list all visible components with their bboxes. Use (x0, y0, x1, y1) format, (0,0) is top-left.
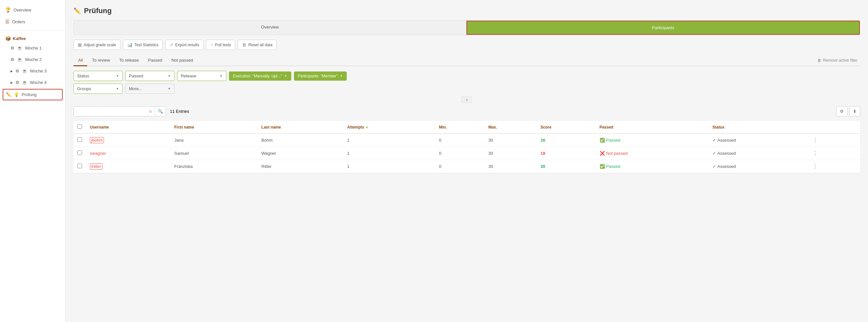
adjust-grade-button[interactable]: ▦ Adjust grade scale (73, 40, 120, 50)
checkmark-icon: ✓ (713, 138, 716, 142)
row-passed: ✅ Passed (596, 133, 709, 147)
sidebar-label-woche2: Woche 2 (25, 57, 42, 62)
table-actions: ⚙ ⬇ (836, 106, 860, 117)
table-download-button[interactable]: ⬇ (849, 106, 860, 117)
filter-tab-to-review[interactable]: To review (87, 55, 115, 66)
expand-icon-4: ▶ (10, 81, 13, 84)
row-checkbox[interactable] (78, 164, 82, 168)
bulb-icon: 💡 (14, 92, 19, 97)
row-min: 0 (435, 133, 485, 147)
header-checkbox-col (73, 121, 86, 133)
release-filter-label: Release (181, 73, 196, 78)
row-more-button[interactable]: ⋮ (811, 163, 820, 170)
top-tabs: Overview Participants (73, 20, 860, 35)
username-cell[interactable]: jbohm (90, 137, 104, 143)
execution-badge-arrow-icon: ▼ (284, 74, 287, 78)
reset-all-button[interactable]: 🗑 Reset all data (238, 40, 277, 50)
username-cell[interactable]: fritter (90, 163, 102, 169)
page-title: Prüfung (84, 6, 112, 15)
tab-participants[interactable]: Participants (466, 21, 860, 35)
collapse-row: ∧ (73, 96, 860, 103)
sidebar-item-prufung[interactable]: ✏️ 💡 Prüfung (3, 89, 63, 100)
status-filter[interactable]: Status ▼ (73, 71, 123, 81)
search-input[interactable] (74, 106, 146, 116)
pull-tests-button[interactable]: ○ Pull tests (206, 40, 235, 50)
sidebar-label-overview: Overview (13, 7, 31, 12)
table-settings-button[interactable]: ⚙ (836, 106, 847, 117)
row-lastname: Wagner (257, 147, 343, 160)
filter-tab-not-passed[interactable]: Not passed (167, 55, 198, 66)
filter-tab-not-passed-label: Not passed (172, 58, 193, 63)
groups-filter[interactable]: Groups ▼ (73, 84, 123, 94)
export-results-button[interactable]: ↗ Export results (165, 40, 204, 50)
adjust-grade-label: Adjust grade scale (84, 43, 116, 47)
filter-dropdowns: Status ▼ Passed ▼ Release ▼ Execution: "… (73, 71, 860, 81)
clear-search-button[interactable]: ⊗ (146, 106, 155, 116)
score-value: 26 (540, 138, 545, 142)
remove-filter-button[interactable]: 🗑 Remove active filter (815, 55, 860, 66)
reset-all-label: Reset all data (248, 43, 272, 47)
more-filter[interactable]: More... ▼ (125, 84, 175, 94)
export-icon: ↗ (169, 42, 173, 47)
test-statistics-button[interactable]: 📊 Test Statistics (123, 40, 163, 50)
passed-filter[interactable]: Passed ▼ (125, 71, 175, 81)
execution-badge-label: Execution: "Manually, Upl..." (233, 74, 282, 78)
sidebar-item-overview[interactable]: 🏆 Overview (0, 4, 65, 16)
row-attempts: 1 (343, 160, 435, 173)
entries-count: 11 Entries (170, 109, 189, 114)
row-score: 18 (537, 147, 596, 160)
tab-overview[interactable]: Overview (74, 21, 466, 35)
assessed-badge: ✓ Assessed (713, 151, 803, 156)
grid-icon: ▦ (78, 42, 82, 47)
gear-icon: ⚙ (10, 45, 14, 51)
sidebar-item-woche3[interactable]: ▶ ⚙ ☕ Woche 3 (0, 65, 65, 77)
sidebar-item-woche2[interactable]: ⚙ ☕ Woche 2 (0, 54, 65, 65)
chevron-up-icon: ∧ (465, 98, 468, 102)
trophy-icon: 🏆 (5, 7, 11, 12)
row-username: swagner (86, 147, 170, 160)
error-circle-icon: ❌ (600, 151, 605, 156)
sidebar-item-woche1[interactable]: ⚙ ☕ Woche 1 (0, 42, 65, 54)
select-all-checkbox[interactable] (78, 124, 82, 129)
pull-tests-label: Pull tests (215, 43, 231, 47)
row-firstname: Samuel (170, 147, 257, 160)
row-more-button[interactable]: ⋮ (811, 150, 820, 157)
filter-tab-to-release[interactable]: To release (115, 55, 143, 66)
row-more-button[interactable]: ⋮ (811, 137, 820, 143)
row-actions: ⋮ (807, 147, 860, 160)
row-attempts: 1 (343, 133, 435, 147)
header-min: Min. (435, 121, 485, 133)
row-checkbox[interactable] (78, 137, 82, 142)
edit-icon: ✏️ (6, 92, 11, 97)
sidebar-item-woche4[interactable]: ▶ ⚙ ☕ Woche 4 (0, 77, 65, 88)
filter-tab-all[interactable]: All (73, 55, 87, 66)
filter-tab-passed[interactable]: Passed (143, 55, 167, 66)
header-passed: Passed (596, 121, 709, 133)
collapse-filters-button[interactable]: ∧ (462, 96, 472, 103)
assessed-badge: ✓ Assessed (713, 138, 803, 142)
search-icon-button[interactable]: 🔍 (155, 106, 166, 116)
release-filter[interactable]: Release ▼ (177, 71, 226, 81)
expand-icon-3: ▶ (10, 69, 13, 73)
row-status: ✓ Assessed (709, 160, 807, 173)
execution-filter-badge[interactable]: Execution: "Manually, Upl..." ▼ (229, 71, 291, 80)
gear-icon-3: ⚙ (16, 68, 19, 73)
username-cell[interactable]: swagner (90, 151, 106, 156)
sidebar-item-orders[interactable]: ☰ Orders (0, 16, 65, 28)
more-arrow-icon: ▼ (167, 87, 171, 91)
header-max: Max. (485, 121, 537, 133)
row-max: 30 (485, 147, 537, 160)
row-firstname: Franziska (170, 160, 257, 173)
participants-filter-badge[interactable]: Participants: "Member" ▼ (294, 71, 347, 80)
row-checkbox[interactable] (78, 151, 82, 155)
test-statistics-label: Test Statistics (134, 43, 158, 47)
settings-icon: ⚙ (840, 109, 844, 114)
score-value: 30 (540, 164, 545, 169)
sidebar-label-woche1: Woche 1 (25, 45, 42, 51)
header-firstname: First name (170, 121, 257, 133)
search-row: ⊗ 🔍 11 Entries ⚙ ⬇ (73, 106, 860, 117)
participants-badge-label: Participants: "Member" (298, 74, 338, 78)
passed-arrow-icon: ▼ (167, 74, 171, 78)
row-actions: ⋮ (807, 160, 860, 173)
header-attempts[interactable]: Attempts ▼ (343, 121, 435, 133)
